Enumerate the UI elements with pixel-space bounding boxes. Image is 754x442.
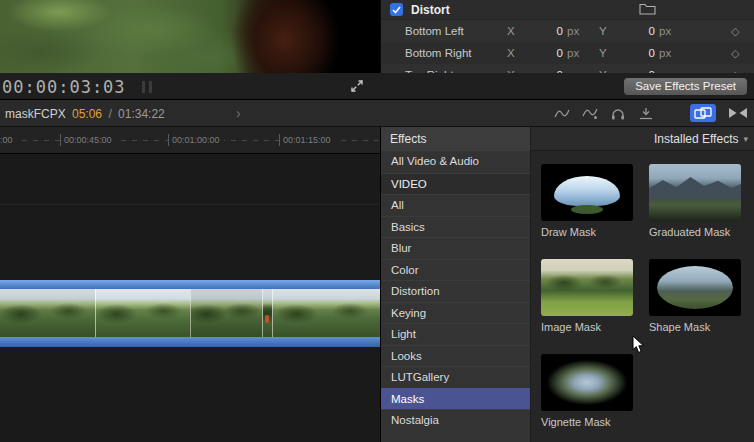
axis-y-label: Y [599,20,607,42]
sidebar-item-basics[interactable]: Basics [381,216,530,238]
clip-bottom-bar [0,337,380,347]
keyframe-diamond-icon[interactable] [731,20,739,42]
param-name: Top Right [405,64,454,73]
timeline-area[interactable] [0,154,380,442]
axis-x-label: X [507,64,515,73]
effects-browser-panel: Effects Installed Effects All Video & Au… [380,127,754,442]
installed-effects-label: Installed Effects [654,132,739,146]
timeline-toolbar: maskFCPX 05:06 / 01:34:22 [0,100,754,127]
filmstrip-segment [272,289,380,337]
sidebar-item-color[interactable]: Color [381,259,530,281]
effect-item-vignette-mask[interactable]: Vignette Mask [541,354,641,428]
sidebar-item-distortion[interactable]: Distortion [381,280,530,302]
y-value-field[interactable]: 0 [613,64,655,73]
effect-item-image-mask[interactable]: Image Mask [541,259,641,333]
transitions-browser-icon [728,107,748,119]
ruler-tick: 00:01:15:00 [279,134,335,146]
installed-effects-header[interactable]: Installed Effects [654,132,748,146]
snapping-toggle-icon[interactable] [638,107,654,120]
timecode-separator: / [108,107,111,121]
timeline-clip[interactable] [0,280,380,347]
effect-item-graduated-mask[interactable]: Graduated Mask [649,164,749,238]
sidebar-item-looks[interactable]: Looks [381,345,530,367]
effects-category-list: All Video & Audio VIDEO All Basics Blur … [381,151,531,442]
axis-y-label: Y [599,42,607,64]
timeline-timecode: 05:06 / 01:34:22 [72,107,165,121]
viewer-preview [0,0,380,73]
chevron-down-icon [743,134,748,144]
x-value-field[interactable]: 0 [521,42,563,64]
clip-top-bar [0,280,380,289]
filmstrip-segment [95,289,190,337]
filmstrip-segment [0,289,95,337]
y-unit-label: px [659,64,671,73]
expand-icon[interactable] [351,80,363,95]
timeline-ruler[interactable]: :00 00:00:45:00 00:01:00:00 00:01:15:00 [0,127,380,154]
y-value-field[interactable]: 0 [613,42,655,64]
solo-toggle-icon[interactable] [610,107,626,120]
sidebar-item-nostalgia[interactable]: Nostalgia [381,409,530,431]
sidebar-item-blur[interactable]: Blur [381,237,530,259]
axis-y-label: Y [599,64,607,73]
total-duration: 01:34:22 [118,107,165,121]
x-value-field[interactable]: 0 [521,64,563,73]
x-value-field[interactable]: 0 [521,20,563,42]
effects-browser-icon [694,107,712,119]
param-row: Bottom Right X 0 px Y 0 px [381,42,754,64]
viewer-timecode: 00:00:03:03 [2,77,126,97]
sidebar-item-keying[interactable]: Keying [381,302,530,324]
x-unit-label: px [567,64,579,73]
audio-meters [142,81,152,93]
effect-thumbnail-vignette-mask[interactable] [541,354,633,411]
effects-panel-title: Effects [390,132,426,146]
viewer-bottom-bar: 00:00:03:03 Save Effects Preset [0,73,754,100]
effects-browser-button[interactable] [690,104,716,122]
sidebar-item-all[interactable]: All [381,194,530,216]
y-value-field[interactable]: 0 [613,20,655,42]
inspector-panel: Distort Bottom Left X 0 px Y 0 px Bottom… [380,0,754,73]
distort-section-header: Distort [381,0,754,20]
chevron-right-icon[interactable] [236,105,241,121]
project-name[interactable]: maskFCPX [5,107,66,121]
y-unit-label: px [659,20,671,42]
sidebar-item-light[interactable]: Light [381,323,530,345]
effect-item-draw-mask[interactable]: Draw Mask [541,164,641,238]
keyframe-diamond-icon[interactable] [731,42,739,64]
fcpx-window: Distort Bottom Left X 0 px Y 0 px Bottom… [0,0,754,442]
effect-label: Graduated Mask [649,226,749,238]
effect-thumbnail-shape-mask[interactable] [649,259,741,316]
distort-section-label: Distort [411,3,450,17]
audio-skimming-toggle-icon[interactable] [582,107,598,120]
filmstrip-segment [190,289,262,337]
sidebar-item-masks[interactable]: Masks [381,388,530,410]
ruler-tick: 00:01:00:00 [168,134,224,146]
effect-thumbnail-image-mask[interactable] [541,259,633,316]
effect-item-shape-mask[interactable]: Shape Mask [649,259,749,333]
sidebar-item-lutgallery[interactable]: LUTGallery [381,366,530,388]
effect-thumbnail-graduated-mask[interactable] [649,164,741,221]
sidebar-item-all-video-audio[interactable]: All Video & Audio [381,151,530,173]
effect-label: Image Mask [541,321,641,333]
transitions-browser-button[interactable] [728,107,748,119]
keyframe-diamond-icon[interactable] [731,64,739,73]
distort-checkbox[interactable] [390,3,403,16]
param-name: Bottom Right [405,42,471,64]
effect-label: Vignette Mask [541,416,641,428]
axis-x-label: X [507,20,515,42]
timeline-lane-divider [0,204,380,205]
x-unit-label: px [567,42,579,64]
ruler-tick: :00 [0,134,17,146]
effects-panel-header: Effects Installed Effects [381,127,754,151]
param-row: Bottom Left X 0 px Y 0 px [381,20,754,42]
effects-panel-title-area: Effects [381,127,531,151]
toolbar-icon-group [554,104,748,122]
clip-filmstrip [0,289,380,337]
current-timecode: 05:06 [72,107,102,121]
save-effects-preset-button[interactable]: Save Effects Preset [624,78,747,95]
ruler-tick: 00:00:45:00 [60,134,116,146]
effect-thumbnail-draw-mask[interactable] [541,164,633,221]
sidebar-section-video[interactable]: VIDEO [381,173,530,195]
checkmark-icon [392,6,401,14]
skimming-toggle-icon[interactable] [554,107,570,120]
preset-folder-icon[interactable] [639,3,656,18]
